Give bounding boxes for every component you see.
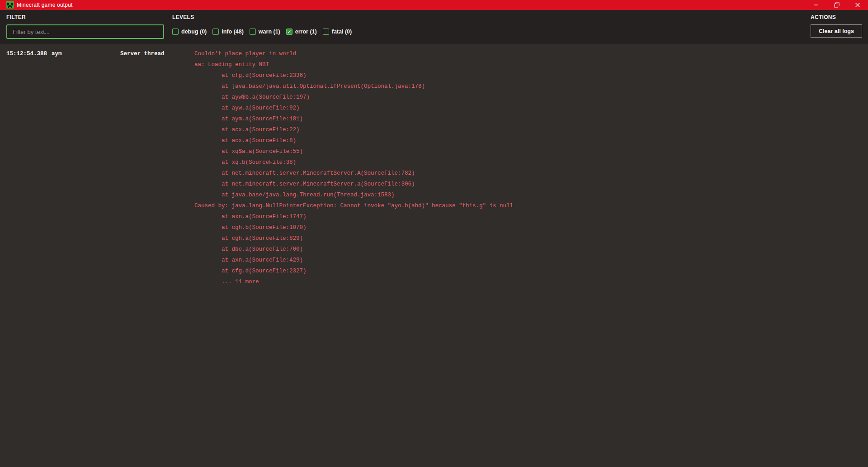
level-filter-error[interactable]: ✓error (1)	[286, 29, 317, 35]
creeper-app-icon	[6, 1, 14, 9]
log-message-line: at acx.a(SourceFile:8)	[194, 135, 868, 146]
actions-section: ACTIONS Clear all logs	[811, 14, 862, 38]
clear-all-logs-button[interactable]: Clear all logs	[811, 24, 862, 38]
log-message-line: at cfg.d(SourceFile:2336)	[194, 70, 868, 81]
unchecked-checkbox-icon[interactable]	[323, 29, 329, 35]
log-entry: 15:12:54.388 aym Server thread Couldn't …	[0, 44, 868, 287]
level-filter-warn[interactable]: warn (1)	[250, 29, 280, 35]
restore-button[interactable]	[826, 0, 847, 10]
level-filter-label: error (1)	[295, 29, 317, 35]
levels-section: LEVELS debug (0)info (48)warn (1)✓error …	[172, 14, 358, 39]
unchecked-checkbox-icon[interactable]	[212, 29, 219, 35]
log-message-line: at aym.a(SourceFile:181)	[194, 114, 868, 124]
log-message-line: aa: Loading entity NBT	[194, 59, 868, 70]
log-message-line: at cgh.b(SourceFile:1070)	[194, 222, 868, 233]
log-message: Couldn't place player in worldaa: Loadin…	[194, 48, 868, 287]
window-title: Minecraft game output	[17, 2, 73, 8]
toolbar: FILTER LEVELS debug (0)info (48)warn (1)…	[0, 10, 868, 44]
filter-section: FILTER	[6, 14, 164, 39]
unchecked-checkbox-icon[interactable]	[250, 29, 256, 35]
log-logger: aym	[52, 48, 120, 59]
level-filters: debug (0)info (48)warn (1)✓error (1)fata…	[172, 24, 358, 39]
log-message-line: at java.base/java.util.Optional.ifPresen…	[194, 81, 868, 92]
level-filter-label: fatal (0)	[332, 29, 352, 35]
log-message-line: at ayw.a(SourceFile:92)	[194, 103, 868, 114]
log-message-line: at ayw$b.a(SourceFile:197)	[194, 92, 868, 103]
unchecked-checkbox-icon[interactable]	[172, 29, 179, 35]
level-filter-label: warn (1)	[259, 29, 280, 35]
log-message-line: at axn.a(SourceFile:1747)	[194, 211, 868, 222]
actions-section-label: ACTIONS	[811, 14, 836, 20]
window-controls	[806, 0, 868, 10]
log-thread: Server thread	[120, 48, 194, 59]
log-message-line: at cgh.a(SourceFile:829)	[194, 233, 868, 244]
log-area[interactable]: 15:12:54.388 aym Server thread Couldn't …	[0, 44, 868, 467]
log-message-line: at acx.a(SourceFile:22)	[194, 124, 868, 135]
log-message-line: at dbe.a(SourceFile:700)	[194, 244, 868, 255]
level-filter-debug[interactable]: debug (0)	[172, 29, 207, 35]
level-filter-label: info (48)	[222, 29, 244, 35]
levels-section-label: LEVELS	[172, 14, 358, 20]
level-filter-info[interactable]: info (48)	[212, 29, 244, 35]
checked-checkbox-icon[interactable]: ✓	[286, 29, 292, 35]
log-message-line: at net.minecraft.server.MinecraftServer.…	[194, 168, 868, 179]
log-message-line: at net.minecraft.server.MinecraftServer.…	[194, 179, 868, 190]
log-message-line: at xq.b(SourceFile:38)	[194, 157, 868, 168]
log-message-line: Couldn't place player in world	[194, 48, 868, 59]
log-message-line: at cfg.d(SourceFile:2327)	[194, 266, 868, 276]
titlebar[interactable]: Minecraft game output	[0, 0, 868, 10]
log-message-line: Caused by: java.lang.NullPointerExceptio…	[194, 200, 868, 211]
log-message-line: ... 11 more	[194, 276, 868, 287]
filter-input[interactable]	[6, 24, 164, 39]
level-filter-fatal[interactable]: fatal (0)	[323, 29, 352, 35]
minimize-button[interactable]	[806, 0, 826, 10]
close-button[interactable]	[847, 0, 868, 10]
filter-section-label: FILTER	[6, 14, 164, 20]
minecraft-game-output-window: Minecraft game output	[0, 0, 868, 467]
log-timestamp: 15:12:54.388	[6, 48, 52, 59]
log-message-line: at axn.a(SourceFile:429)	[194, 255, 868, 266]
log-message-line: at java.base/java.lang.Thread.run(Thread…	[194, 190, 868, 200]
level-filter-label: debug (0)	[181, 29, 207, 35]
log-message-line: at xq$a.a(SourceFile:55)	[194, 146, 868, 157]
